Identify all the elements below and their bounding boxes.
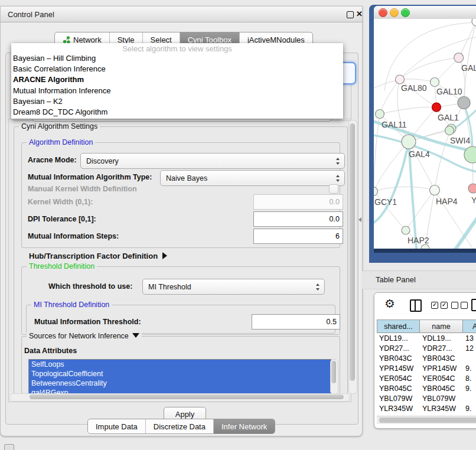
- close-icon[interactable]: ✕: [356, 9, 363, 18]
- table-row[interactable]: YBR045CYBR045C9.: [377, 383, 476, 393]
- close-traffic-light[interactable]: [379, 8, 387, 17]
- stepper-arrows-icon: [336, 175, 340, 182]
- network-edge: [459, 21, 476, 58]
- node-red[interactable]: [432, 103, 441, 112]
- columns-icon[interactable]: [410, 299, 422, 312]
- which-threshold-value: MI Threshold: [148, 283, 191, 291]
- cyni-bottom-tabbar: Impute Data Discretize Data Infer Networ…: [87, 419, 275, 434]
- node-gal80[interactable]: [396, 75, 405, 84]
- kernel-width-field[interactable]: 0.0: [253, 194, 343, 210]
- table-row[interactable]: YLR345WYLR345W9.: [377, 403, 476, 413]
- tab-impute-data[interactable]: Impute Data: [88, 419, 145, 433]
- stepper-arrows-icon: [336, 158, 340, 165]
- table-cell: YBR045C: [377, 383, 420, 393]
- node-hap4[interactable]: [430, 185, 440, 195]
- table-row[interactable]: YDR27...YDR27...12: [377, 343, 476, 353]
- algorithm-option[interactable]: Bayesian – K2: [11, 96, 343, 107]
- application-root: Control Panel ✕ Network Style Select Cyn…: [0, 0, 476, 450]
- table-row[interactable]: YER054CYER054C8.: [377, 373, 476, 383]
- algorithm-dropdown-placeholder: Select algorithm to view settings: [11, 44, 343, 53]
- table-cell: YDL19...: [377, 333, 420, 343]
- node-bottom[interactable]: [421, 244, 429, 249]
- table-cell: YBR043C: [420, 353, 463, 363]
- export-table-icon[interactable]: [471, 299, 476, 311]
- table-cell: 9.: [463, 363, 476, 373]
- unchecked-columns-icon[interactable]: [451, 302, 468, 309]
- dpi-tolerance-field[interactable]: 0.0: [253, 211, 343, 227]
- node-label: SWI4: [450, 136, 470, 145]
- node-gal10[interactable]: [431, 78, 439, 87]
- algorithm-option[interactable]: Basic Correlation Inference: [11, 64, 343, 74]
- attribute-list-item[interactable]: BetweennessCentrality: [29, 379, 331, 388]
- minimized-panel-icon[interactable]: [4, 444, 14, 450]
- table-row[interactable]: YPR145WYPR145W9.: [377, 363, 476, 373]
- network-canvas[interactable]: GALGAL80GAL10GAL1GAL11GAL4SWI4GCY1HAP4YH…: [374, 19, 476, 249]
- network-edge: [380, 107, 436, 114]
- which-threshold-combo[interactable]: MI Threshold: [142, 279, 325, 295]
- table-cell: YLR345W: [377, 403, 420, 413]
- table-column-header[interactable]: shared...: [377, 319, 420, 333]
- network-edge: [380, 80, 400, 114]
- threshold-definition-title: Threshold Definition: [27, 262, 97, 270]
- mi-steps-field[interactable]: 6: [253, 229, 343, 244]
- node-label: GAL1: [438, 113, 459, 122]
- attribute-list-item[interactable]: TopologicalCoefficient: [29, 369, 331, 379]
- node-gcy1[interactable]: [374, 187, 378, 196]
- node-top-right[interactable]: [472, 19, 476, 26]
- network-edge: [400, 79, 435, 82]
- panel-splitter-handle[interactable]: [358, 217, 361, 222]
- node-gray[interactable]: [458, 97, 470, 109]
- float-window-icon[interactable]: [347, 11, 354, 18]
- table-horizontal-scrollbar[interactable]: [377, 416, 476, 424]
- zoom-traffic-light[interactable]: [401, 8, 410, 17]
- settings-vertical-scrollbar[interactable]: [348, 120, 357, 394]
- node-pink-top[interactable]: [454, 53, 464, 63]
- node-hap2[interactable]: [402, 226, 410, 234]
- mi-threshold-label: Mutual Information Threshold:: [34, 318, 141, 326]
- algorithm-option[interactable]: ARACNE Algorithm: [11, 74, 343, 85]
- table-row[interactable]: YBL079WYBL079W: [377, 393, 476, 403]
- network-edge: [400, 37, 476, 80]
- table-cell: YDR27...: [420, 343, 463, 353]
- node-label: GAL11: [382, 120, 407, 129]
- control-panel-title: Control Panel: [8, 10, 54, 19]
- table-column-header[interactable]: name: [420, 319, 463, 333]
- node-gal11[interactable]: [376, 110, 384, 119]
- algorithm-option[interactable]: Mutual Information Inference: [11, 86, 343, 96]
- table-cell: YDL19...: [420, 333, 463, 343]
- which-threshold-label: Which threshold to use:: [48, 282, 132, 291]
- aracne-mode-combo[interactable]: Discovery: [80, 153, 345, 169]
- aracne-mode-value: Discovery: [86, 157, 119, 165]
- table-cell: 8.: [463, 373, 476, 383]
- table-row[interactable]: YDL19...YDL19...13: [377, 333, 476, 343]
- mi-type-label: Mutual Information Algorithm Type:: [28, 173, 152, 181]
- minimize-traffic-light[interactable]: [390, 8, 399, 17]
- algorithm-definition-title: Algorithm Definition: [27, 138, 95, 146]
- hub-definition-disclosure[interactable]: Hub/Transcription Factor Definition: [29, 252, 167, 260]
- settings-horizontal-scrollbar[interactable]: [9, 393, 350, 402]
- mi-type-combo[interactable]: Naive Bayes: [160, 170, 345, 186]
- sources-disclosure[interactable]: Sources for Network Inference: [27, 332, 142, 340]
- node-swi4[interactable]: [445, 126, 454, 135]
- attributes-list-scrollbar[interactable]: [330, 359, 338, 394]
- node-pink-right[interactable]: [468, 184, 476, 193]
- mi-threshold-group-title: MI Threshold Definition: [31, 301, 112, 309]
- table-column-header[interactable]: A: [463, 319, 476, 333]
- algorithm-option[interactable]: Dream8 DC_TDC Algorithm: [11, 107, 343, 118]
- tab-discretize-data[interactable]: Discretize Data: [145, 419, 213, 433]
- node-gal4[interactable]: [402, 135, 416, 149]
- network-window-titlebar: [374, 6, 476, 19]
- manual-kernel-checkbox[interactable]: [329, 184, 338, 194]
- algorithm-option[interactable]: Bayesian – Hill Climbing: [11, 53, 343, 64]
- table-cell: YLR345W: [420, 403, 463, 413]
- gear-icon[interactable]: ⚙: [384, 296, 395, 311]
- tab-infer-network[interactable]: Infer Network: [213, 419, 275, 433]
- checked-columns-icon[interactable]: ✓✓: [431, 302, 448, 309]
- attribute-list-item[interactable]: SelfLoops: [29, 360, 331, 369]
- table-cell: YDR27...: [377, 343, 420, 353]
- data-attributes-list[interactable]: SelfLoopsTopologicalCoefficientBetweenne…: [28, 359, 331, 394]
- table-row[interactable]: YBR043CYBR043C: [377, 353, 476, 363]
- stepper-arrows-icon: [316, 283, 320, 291]
- table-cell: 12: [463, 343, 476, 353]
- mi-threshold-field[interactable]: 0.5: [252, 314, 340, 330]
